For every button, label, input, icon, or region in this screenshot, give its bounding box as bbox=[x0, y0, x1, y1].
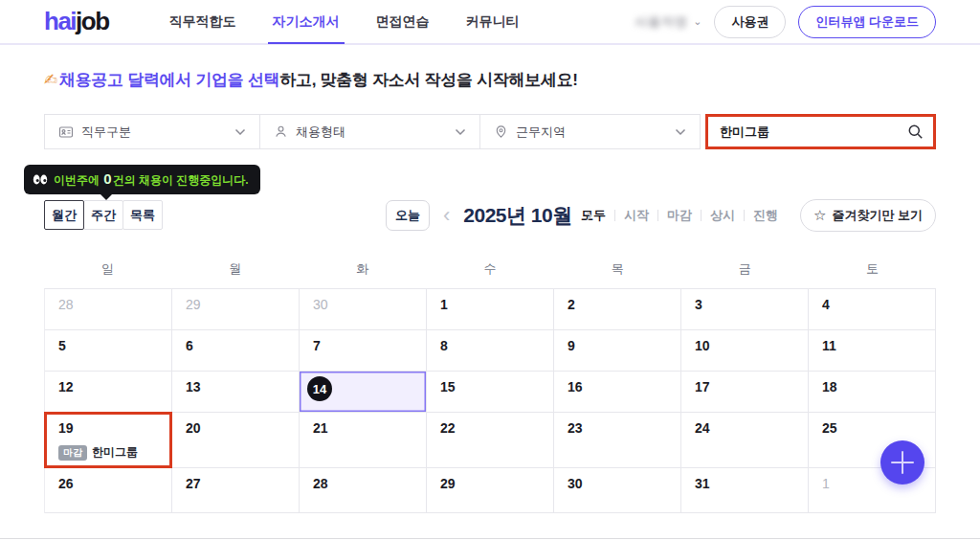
calendar-cell[interactable]: 29 bbox=[172, 289, 300, 330]
weekday-label: 수 bbox=[426, 250, 553, 288]
today-button[interactable]: 오늘 bbox=[386, 200, 430, 231]
calendar-cell[interactable]: 9 bbox=[554, 330, 681, 372]
license-button[interactable]: 사용권 bbox=[714, 6, 786, 38]
date-number: 12 bbox=[58, 379, 74, 394]
view-toggle-button[interactable]: 목록 bbox=[122, 200, 163, 230]
calendar-cell[interactable]: 27 bbox=[172, 468, 300, 513]
chevron-down-icon bbox=[455, 128, 466, 136]
add-button[interactable] bbox=[880, 440, 924, 485]
filter-bar: 직무구분 채용형태 근무지역 bbox=[44, 114, 936, 149]
bottom-divider bbox=[0, 538, 980, 539]
calendar-cell[interactable]: 19마감한미그룹 bbox=[45, 413, 172, 468]
job-category-dropdown[interactable]: 직무구분 bbox=[44, 114, 260, 149]
chevron-down-icon: ⌄ bbox=[693, 15, 702, 28]
calendar-cell-today[interactable]: 14 bbox=[300, 372, 427, 413]
haijob-logo[interactable]: hai job bbox=[44, 7, 109, 36]
date-number: 18 bbox=[822, 379, 837, 394]
work-region-dropdown[interactable]: 근무지역 bbox=[479, 114, 701, 149]
status-filter-item[interactable]: 시작 bbox=[615, 207, 657, 224]
work-region-label: 근무지역 bbox=[516, 124, 566, 141]
employment-type-label: 채용형태 bbox=[296, 124, 345, 141]
status-filter-item[interactable]: 진행 bbox=[745, 207, 787, 224]
company-search-input[interactable] bbox=[720, 124, 907, 139]
calendar-cell[interactable]: 6 bbox=[172, 330, 300, 372]
calendar-cell[interactable]: 31 bbox=[681, 468, 809, 513]
nav-item[interactable]: 면접연습 bbox=[358, 0, 448, 44]
user-menu[interactable]: 사용자명 ⌄ bbox=[635, 13, 702, 31]
calendar-cell[interactable]: 30 bbox=[554, 468, 681, 513]
favorites-only-button[interactable]: ☆ 즐겨찾기만 보기 bbox=[800, 199, 936, 232]
person-icon bbox=[274, 124, 288, 139]
calendar-cell[interactable]: 8 bbox=[427, 330, 554, 372]
date-number: 26 bbox=[58, 476, 74, 491]
calendar-cell[interactable]: 5 bbox=[45, 330, 172, 372]
date-number: 28 bbox=[58, 297, 74, 312]
top-navigation-bar: hai job 직무적합도자기소개서면접연습커뮤니티 사용자명 ⌄ 사용권 인터… bbox=[0, 0, 980, 45]
logo-job: job bbox=[76, 7, 109, 36]
date-number: 22 bbox=[440, 420, 456, 436]
weekday-header-row: 일월화수목금토 bbox=[44, 250, 936, 288]
date-number: 8 bbox=[440, 338, 448, 353]
calendar-cell[interactable]: 17 bbox=[681, 372, 809, 413]
calendar-cell[interactable]: 7 bbox=[300, 330, 427, 372]
view-toggle-button[interactable]: 주간 bbox=[83, 200, 123, 230]
nav-item[interactable]: 자기소개서 bbox=[255, 0, 358, 44]
calendar-cell[interactable]: 28 bbox=[45, 289, 172, 330]
weekday-label: 금 bbox=[681, 250, 809, 288]
nav-item[interactable]: 직무적합도 bbox=[151, 0, 255, 44]
page-title-rest: 하고, 맞춤형 자소서 작성을 시작해보세요! bbox=[279, 71, 577, 89]
company-name: 한미그룹 bbox=[92, 444, 138, 461]
chevron-down-icon bbox=[675, 128, 686, 136]
calendar-cell[interactable]: 15 bbox=[427, 372, 554, 413]
calendar-cell[interactable]: 22 bbox=[427, 413, 554, 468]
status-filter-item[interactable]: 마감 bbox=[658, 207, 701, 224]
date-number: 17 bbox=[695, 379, 710, 394]
calendar-cell[interactable]: 26 bbox=[45, 468, 172, 513]
writing-hand-icon: ✍ bbox=[44, 71, 57, 89]
search-icon[interactable] bbox=[907, 124, 924, 140]
date-number: 27 bbox=[186, 476, 201, 491]
calendar-cell[interactable]: 2 bbox=[554, 289, 681, 330]
date-number: 9 bbox=[568, 338, 575, 353]
calendar-cell[interactable]: 12 bbox=[45, 372, 172, 413]
calendar-cell[interactable]: 4 bbox=[809, 289, 936, 330]
calendar-cell[interactable]: 20 bbox=[172, 413, 300, 468]
prev-month-icon[interactable]: ‹ bbox=[441, 205, 452, 226]
date-number: 29 bbox=[440, 476, 456, 491]
date-number: 14 bbox=[307, 376, 332, 401]
job-event[interactable]: 마감한미그룹 bbox=[58, 444, 166, 461]
calendar-cell[interactable]: 11 bbox=[809, 330, 936, 372]
calendar-grid: 28293012345678910111213141516171819마감한미그… bbox=[44, 288, 936, 513]
calendar-cell[interactable]: 3 bbox=[681, 289, 809, 330]
nav-item[interactable]: 커뮤니티 bbox=[448, 0, 538, 44]
deadline-badge: 마감 bbox=[58, 445, 87, 461]
status-filter-group: 모두시작마감상시진행 ☆ 즐겨찾기만 보기 bbox=[572, 199, 936, 232]
calendar-cell[interactable]: 18 bbox=[809, 372, 936, 413]
calendar-cell[interactable]: 13 bbox=[172, 372, 300, 413]
date-number: 2 bbox=[568, 297, 575, 312]
calendar-cell[interactable]: 30 bbox=[300, 289, 427, 330]
interview-app-download-button[interactable]: 인터뷰앱 다운로드 bbox=[798, 6, 936, 38]
date-number: 7 bbox=[313, 338, 321, 353]
weekly-count-tooltip: 이번주에 0건의 채용이 진행중입니다. bbox=[24, 165, 260, 194]
date-number: 24 bbox=[695, 420, 710, 436]
view-toggle-button[interactable]: 월간 bbox=[44, 200, 84, 230]
date-number: 23 bbox=[568, 420, 583, 436]
calendar-cell[interactable]: 21 bbox=[300, 413, 427, 468]
calendar-cell[interactable]: 24 bbox=[681, 413, 809, 468]
eyes-icon bbox=[33, 174, 48, 185]
calendar-cell[interactable]: 28 bbox=[300, 468, 427, 513]
calendar-toolbar: 이번주에 0건의 채용이 진행중입니다. 월간주간목록 오늘 ‹ 2025년 1… bbox=[44, 200, 936, 230]
status-filter-item[interactable]: 상시 bbox=[702, 207, 744, 224]
date-number: 10 bbox=[695, 338, 710, 353]
calendar-cell[interactable]: 16 bbox=[554, 372, 681, 413]
weekday-label: 목 bbox=[554, 250, 681, 288]
calendar-cell[interactable]: 23 bbox=[554, 413, 681, 468]
date-number: 20 bbox=[186, 420, 201, 436]
calendar-cell[interactable]: 29 bbox=[427, 468, 554, 513]
employment-type-dropdown[interactable]: 채용형태 bbox=[259, 114, 480, 149]
calendar-cell[interactable]: 10 bbox=[681, 330, 809, 372]
calendar-cell[interactable]: 1 bbox=[427, 289, 554, 330]
tooltip-text: 이번주에 0건의 채용이 진행중입니다. bbox=[54, 170, 249, 189]
next-month-icon[interactable]: › bbox=[584, 205, 594, 226]
